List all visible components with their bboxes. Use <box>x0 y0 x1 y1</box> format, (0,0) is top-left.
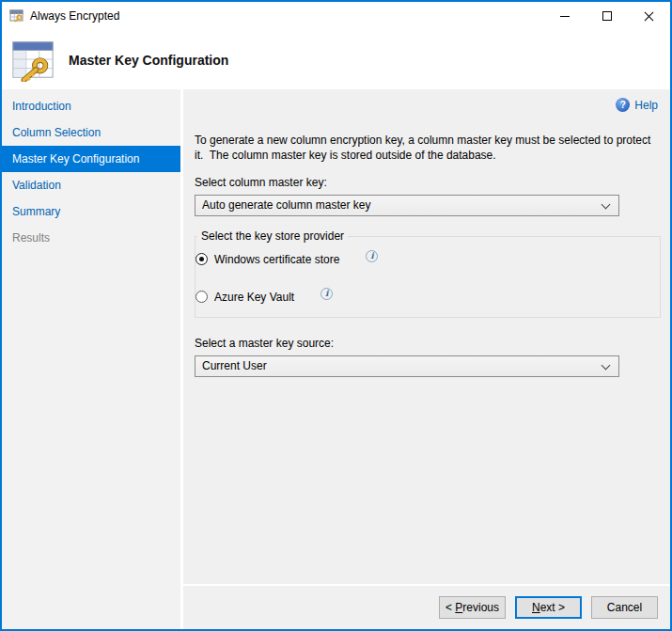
sidebar-item-column-selection[interactable]: Column Selection <box>2 119 180 146</box>
chevron-down-icon <box>602 200 611 210</box>
column-master-key-label: Select column master key: <box>195 176 659 189</box>
key-store-provider-title: Select the key store provider <box>197 229 348 243</box>
info-icon[interactable]: i <box>366 250 378 262</box>
sidebar-item-validation[interactable]: Validation <box>2 172 180 198</box>
close-icon <box>643 10 655 23</box>
previous-button[interactable]: < Previous <box>439 596 506 619</box>
window-controls <box>543 2 670 30</box>
sidebar-item-introduction[interactable]: Introduction <box>2 93 180 119</box>
help-icon: ? <box>616 98 630 112</box>
window-title: Always Encrypted <box>30 9 119 23</box>
master-key-source-combobox[interactable]: Current User <box>195 355 619 377</box>
column-master-key-combobox[interactable]: Auto generate column master key <box>195 195 619 216</box>
title-bar: Always Encrypted <box>2 2 670 30</box>
main-content: ?Help To generate a new column encryptio… <box>183 89 670 629</box>
key-store-provider-groupbox: Select the key store provider Windows ce… <box>195 229 661 318</box>
intro-text: To generate a new column encryption key,… <box>195 133 659 163</box>
help-link[interactable]: ?Help <box>616 98 658 112</box>
close-button[interactable] <box>628 2 670 30</box>
minimize-button[interactable] <box>543 2 586 30</box>
radio-option-windows-certificate-store[interactable]: Windows certificate store i <box>195 252 650 266</box>
sidebar-item-master-key-configuration[interactable]: Master Key Configuration <box>2 146 180 172</box>
master-key-source-label: Select a master key source: <box>195 337 659 350</box>
wizard-body: Introduction Column Selection Master Key… <box>2 89 670 629</box>
chevron-down-icon <box>602 361 611 371</box>
table-key-icon <box>11 39 55 82</box>
minimize-icon <box>560 16 570 17</box>
info-icon[interactable]: i <box>320 288 333 300</box>
radio-option-azure-key-vault[interactable]: Azure Key Vault i <box>195 290 650 304</box>
master-key-source-value: Current User <box>202 359 267 372</box>
maximize-icon <box>602 11 612 21</box>
app-table-key-icon <box>9 8 24 24</box>
cancel-button[interactable]: Cancel <box>591 596 658 619</box>
radio-label: Azure Key Vault <box>214 291 294 304</box>
radio-label: Windows certificate store <box>214 253 339 266</box>
help-row: ?Help <box>183 89 670 114</box>
sidebar-item-results: Results <box>2 225 180 251</box>
next-button[interactable]: Next > <box>515 596 582 619</box>
page-title: Master Key Configuration <box>69 53 228 68</box>
button-bar: < Previous Next > Cancel <box>183 584 670 629</box>
column-master-key-value: Auto generate column master key <box>202 198 370 212</box>
radio-unselected-icon[interactable] <box>195 291 208 303</box>
help-link-label: Help <box>634 99 658 112</box>
wizard-header: Master Key Configuration <box>2 30 670 89</box>
radio-selected-icon[interactable] <box>195 253 208 265</box>
always-encrypted-wizard-window: Always Encrypted Master Key Configuratio… <box>0 0 672 631</box>
sidebar-item-summary[interactable]: Summary <box>2 198 180 225</box>
maximize-button[interactable] <box>586 2 628 30</box>
wizard-steps-sidebar: Introduction Column Selection Master Key… <box>2 89 180 629</box>
